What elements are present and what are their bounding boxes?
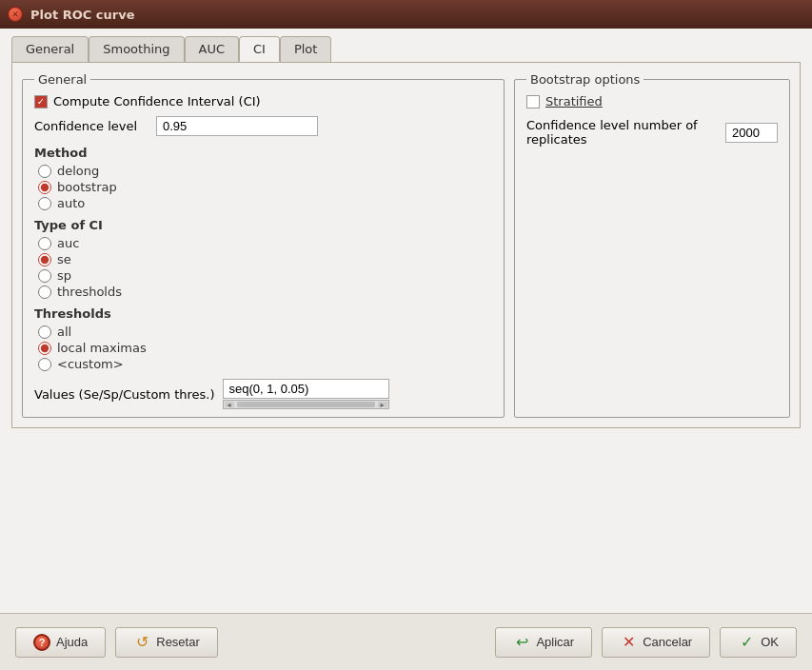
general-fieldset: General Compute Confidence Interval (CI)…	[22, 72, 505, 418]
aplicar-button[interactable]: ↩ Aplicar	[495, 627, 592, 658]
thresholds-local-maximas-label: local maximas	[57, 341, 147, 355]
stratified-row: Stratified	[526, 94, 778, 108]
compute-ci-row: Compute Confidence Interval (CI)	[34, 94, 492, 108]
cancelar-icon: ✕	[620, 634, 637, 651]
thresholds-custom-label: <custom>	[57, 357, 124, 371]
values-input-wrap: ◂ ▸	[223, 379, 389, 409]
tab-bar: General Smoothing AUC CI Plot	[11, 36, 801, 62]
confidence-level-row: Confidence level	[34, 116, 492, 136]
method-label: Method	[34, 146, 492, 160]
values-input[interactable]	[223, 379, 389, 399]
thresholds-custom-radio[interactable]	[38, 358, 51, 371]
values-label: Values (Se/Sp/Custom thres.)	[34, 387, 215, 402]
close-button[interactable]	[8, 7, 23, 22]
cancelar-button[interactable]: ✕ Cancelar	[602, 627, 710, 658]
thresholds-custom-row: <custom>	[38, 357, 492, 371]
thresholds-label: Thresholds	[34, 306, 492, 321]
compute-ci-checkbox[interactable]	[34, 95, 48, 108]
resetar-button[interactable]: ↺ Resetar	[115, 627, 218, 658]
general-legend: General	[34, 72, 90, 87]
values-row: Values (Se/Sp/Custom thres.) ◂ ▸	[34, 379, 492, 409]
type-ci-thresholds-label: thresholds	[57, 285, 122, 299]
main-content: General Smoothing AUC CI Plot General Co…	[0, 29, 812, 613]
type-ci-sp-radio[interactable]	[38, 269, 51, 283]
resetar-icon: ↺	[133, 634, 150, 651]
scrollbar-thumb[interactable]	[237, 402, 375, 407]
values-scrollbar[interactable]: ◂ ▸	[223, 400, 389, 409]
titlebar: Plot ROC curve	[0, 0, 812, 29]
aplicar-icon: ↩	[513, 634, 530, 651]
type-ci-thresholds-radio[interactable]	[38, 286, 51, 299]
cancelar-label: Cancelar	[643, 635, 692, 649]
bootstrap-legend: Bootstrap options	[526, 72, 644, 87]
tab-content-ci: General Compute Confidence Interval (CI)…	[11, 62, 801, 428]
tab-smoothing[interactable]: Smoothing	[89, 36, 184, 62]
ok-icon: ✓	[738, 634, 755, 651]
scrollbar-left-arrow[interactable]: ◂	[225, 402, 234, 407]
method-delong-radio[interactable]	[38, 165, 51, 178]
bootstrap-fieldset: Bootstrap options Stratified Confidence …	[514, 72, 790, 418]
type-ci-se-row: se	[38, 252, 492, 266]
thresholds-local-maximas-row: local maximas	[38, 341, 492, 355]
resetar-label: Resetar	[156, 635, 200, 649]
type-ci-sp-row: sp	[38, 268, 492, 283]
type-ci-auc-label: auc	[57, 236, 79, 250]
type-ci-auc-row: auc	[38, 236, 492, 250]
tab-plot[interactable]: Plot	[280, 36, 332, 62]
thresholds-local-maximas-radio[interactable]	[38, 342, 51, 355]
bootstrap-conf-label: Confidence level number of replicates	[526, 118, 718, 147]
confidence-level-label: Confidence level	[34, 119, 149, 133]
method-auto-label: auto	[57, 196, 85, 210]
ajuda-icon: ?	[33, 634, 50, 651]
method-delong-row: delong	[38, 164, 492, 178]
type-ci-thresholds-row: thresholds	[38, 285, 492, 299]
bootstrap-conf-input[interactable]	[725, 123, 778, 143]
thresholds-all-radio[interactable]	[38, 325, 51, 339]
method-radio-group: delong bootstrap auto	[38, 164, 492, 210]
type-ci-sp-label: sp	[57, 268, 71, 283]
scrollbar-right-arrow[interactable]: ▸	[378, 402, 387, 407]
tab-auc[interactable]: AUC	[185, 36, 240, 62]
bottom-bar: ? Ajuda ↺ Resetar ↩ Aplicar ✕ Cancelar ✓…	[0, 613, 812, 670]
type-ci-radio-group: auc se sp thresholds	[38, 236, 492, 299]
type-ci-auc-radio[interactable]	[38, 237, 51, 250]
method-bootstrap-row: bootstrap	[38, 180, 492, 194]
method-bootstrap-label: bootstrap	[57, 180, 117, 194]
thresholds-all-label: all	[57, 325, 71, 339]
ok-label: OK	[761, 635, 779, 649]
stratified-label[interactable]: Stratified	[545, 94, 603, 108]
type-ci-se-label: se	[57, 252, 71, 266]
method-auto-row: auto	[38, 196, 492, 210]
aplicar-label: Aplicar	[536, 635, 574, 649]
method-auto-radio[interactable]	[38, 197, 51, 210]
compute-ci-label: Compute Confidence Interval (CI)	[53, 94, 261, 108]
type-ci-label: Type of CI	[34, 218, 492, 232]
confidence-level-input[interactable]	[156, 116, 318, 136]
method-bootstrap-radio[interactable]	[38, 181, 51, 194]
ok-button[interactable]: ✓ OK	[720, 627, 797, 658]
stratified-checkbox[interactable]	[526, 95, 540, 108]
ajuda-label: Ajuda	[56, 635, 88, 649]
method-delong-label: delong	[57, 164, 99, 178]
type-ci-se-radio[interactable]	[38, 253, 51, 266]
tab-ci[interactable]: CI	[239, 36, 280, 62]
tab-general[interactable]: General	[11, 36, 89, 62]
window-title: Plot ROC curve	[30, 8, 134, 22]
thresholds-radio-group: all local maximas <custom>	[38, 325, 492, 371]
thresholds-all-row: all	[38, 325, 492, 339]
ajuda-button[interactable]: ? Ajuda	[15, 627, 106, 658]
bootstrap-conf-row: Confidence level number of replicates	[526, 118, 778, 147]
